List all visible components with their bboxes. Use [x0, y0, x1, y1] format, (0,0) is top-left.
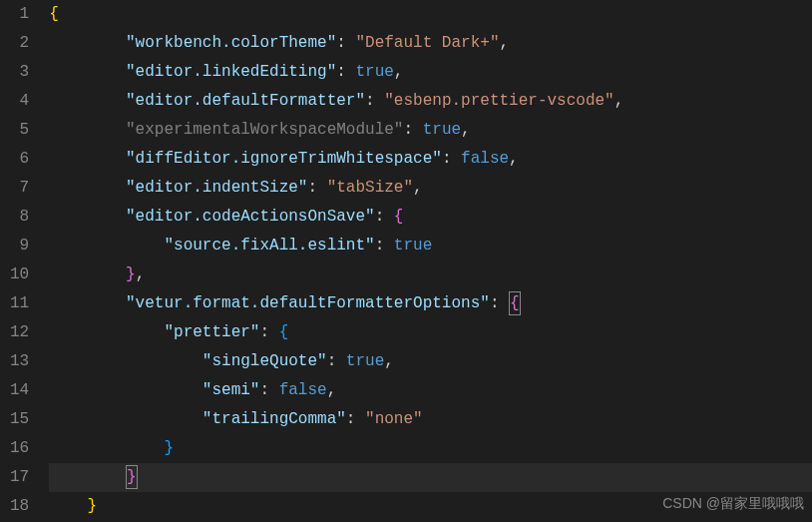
- line-number: 8: [10, 203, 29, 232]
- token-key: "editor.indentSize": [126, 179, 307, 197]
- code-editor[interactable]: 123456789101112131415161718 { "workbench…: [0, 0, 812, 522]
- token-key: "editor.defaultFormatter": [126, 92, 365, 110]
- code-line[interactable]: "source.fixAll.eslint": true: [49, 232, 812, 261]
- token-key: "source.fixAll.eslint": [164, 237, 374, 255]
- token-key: "diffEditor.ignoreTrimWhitespace": [126, 150, 442, 168]
- token-punct: ,: [509, 150, 519, 168]
- token-punct: ,: [327, 381, 337, 399]
- token-key: "prettier": [164, 323, 259, 341]
- code-line[interactable]: "editor.codeActionsOnSave": {: [49, 203, 812, 232]
- token-punct: :: [375, 208, 394, 226]
- line-number: 9: [10, 232, 29, 261]
- token-bool: true: [355, 63, 393, 81]
- token-bool: false: [461, 150, 509, 168]
- code-line[interactable]: "trailingComma": "none": [49, 405, 812, 434]
- line-number-gutter: 123456789101112131415161718: [0, 0, 43, 522]
- token-punct: ,: [461, 121, 471, 139]
- token-punct: :: [403, 121, 422, 139]
- token-punct: :: [490, 294, 509, 312]
- code-line[interactable]: },: [49, 261, 812, 289]
- token-punct: ,: [614, 92, 624, 110]
- code-line[interactable]: }: [49, 463, 812, 492]
- code-area[interactable]: { "workbench.colorTheme": "Default Dark+…: [43, 0, 812, 522]
- code-line[interactable]: "vetur.format.defaultFormatterOptions": …: [49, 289, 812, 318]
- line-number: 17: [10, 463, 29, 492]
- token-bool: true: [423, 121, 461, 139]
- code-line[interactable]: "workbench.colorTheme": "Default Dark+",: [49, 29, 812, 58]
- code-line[interactable]: }: [49, 434, 812, 463]
- token-str: "none": [365, 410, 423, 428]
- line-number: 4: [10, 87, 29, 116]
- token-brace2: }: [126, 265, 136, 283]
- token-punct: :: [346, 410, 365, 428]
- line-number: 13: [10, 347, 29, 376]
- token-punct: :: [442, 150, 461, 168]
- token-key: "singleQuote": [203, 352, 327, 370]
- line-number: 15: [10, 405, 29, 434]
- token-punct: ,: [413, 179, 423, 197]
- code-line[interactable]: "editor.defaultFormatter": "esbenp.prett…: [49, 87, 812, 116]
- line-number: 10: [10, 261, 29, 289]
- line-number: 1: [10, 0, 29, 29]
- watermark: CSDN @留家里哦哦哦: [662, 489, 804, 518]
- line-number: 2: [10, 29, 29, 58]
- token-punct: :: [327, 352, 346, 370]
- line-number: 12: [10, 318, 29, 347]
- token-key: "semi": [203, 381, 260, 399]
- token-punct: :: [336, 34, 355, 52]
- token-bool: true: [394, 237, 432, 255]
- token-key-dim: "experimentalWorkspaceModule": [126, 121, 403, 139]
- code-line[interactable]: "experimentalWorkspaceModule": true,: [49, 116, 812, 145]
- token-str: "tabSize": [327, 179, 413, 197]
- token-key: "vetur.format.defaultFormatterOptions": [126, 294, 490, 312]
- line-number: 3: [10, 58, 29, 87]
- line-number: 16: [10, 434, 29, 463]
- code-line[interactable]: "semi": false,: [49, 376, 812, 405]
- line-number: 5: [10, 116, 29, 145]
- token-punct: :: [259, 381, 278, 399]
- token-punct: ,: [384, 352, 394, 370]
- line-number: 18: [10, 492, 29, 521]
- line-number: 6: [10, 145, 29, 174]
- token-punct: :: [365, 92, 384, 110]
- token-cursor-brace: }: [126, 465, 138, 489]
- token-brace3: }: [164, 439, 174, 457]
- token-key: "editor.codeActionsOnSave": [126, 208, 375, 226]
- code-line[interactable]: "editor.linkedEditing": true,: [49, 58, 812, 87]
- token-key: "workbench.colorTheme": [126, 34, 336, 52]
- token-str: "Default Dark+": [355, 34, 499, 52]
- code-line[interactable]: "editor.indentSize": "tabSize",: [49, 174, 812, 203]
- token-punct: :: [375, 237, 394, 255]
- code-line[interactable]: "singleQuote": true,: [49, 347, 812, 376]
- token-punct: :: [259, 323, 278, 341]
- token-brace3: {: [279, 323, 289, 341]
- token-punct: ,: [499, 34, 509, 52]
- token-cursor-brace: {: [509, 291, 521, 315]
- code-line[interactable]: {: [49, 0, 812, 29]
- code-line[interactable]: "prettier": {: [49, 318, 812, 347]
- token-bool: false: [279, 381, 327, 399]
- token-key: "editor.linkedEditing": [126, 63, 336, 81]
- token-punct: ,: [394, 63, 404, 81]
- token-brace2: {: [394, 208, 404, 226]
- token-punct: ,: [136, 265, 146, 283]
- line-number: 7: [10, 174, 29, 203]
- token-key: "trailingComma": [203, 410, 346, 428]
- token-str: "esbenp.prettier-vscode": [384, 92, 613, 110]
- token-brace: {: [49, 5, 59, 23]
- token-brace: }: [88, 497, 98, 515]
- token-bool: true: [346, 352, 384, 370]
- line-number: 11: [10, 289, 29, 318]
- token-punct: :: [336, 63, 355, 81]
- code-line[interactable]: "diffEditor.ignoreTrimWhitespace": false…: [49, 145, 812, 174]
- token-punct: :: [307, 179, 326, 197]
- line-number: 14: [10, 376, 29, 405]
